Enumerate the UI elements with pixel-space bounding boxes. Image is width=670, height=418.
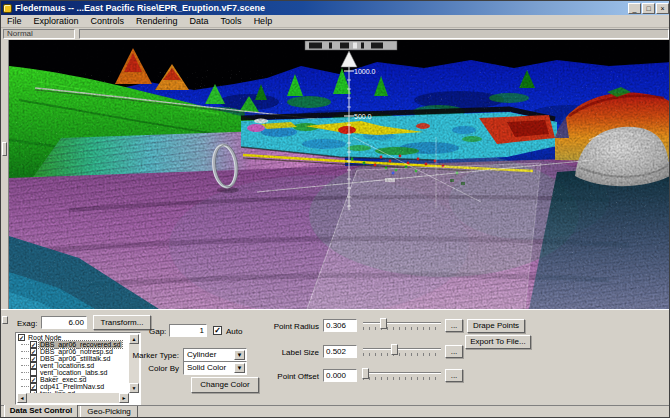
checkbox[interactable]: ✓	[30, 355, 37, 362]
menu-help[interactable]: Help	[248, 15, 279, 27]
tree-item[interactable]: ✓ DBS_apr06_recovered.sd	[17, 341, 129, 348]
chevron-down-icon[interactable]: ▼	[234, 350, 245, 360]
panel-splitter-handle[interactable]	[2, 316, 8, 324]
checkbox[interactable]: ✓	[30, 383, 37, 390]
check-icon: ✓	[214, 327, 221, 335]
menu-file[interactable]: File	[1, 15, 28, 27]
tree-item-label: DBS_apr06_recovered.sd	[39, 341, 122, 348]
checkbox[interactable]: ✓	[30, 362, 37, 369]
noise-light-overlay	[9, 70, 670, 309]
checkbox[interactable]: ✓	[18, 334, 25, 341]
marker-type-value: Cylinder	[187, 350, 216, 359]
check-icon: ✓	[31, 342, 36, 348]
menu-controls[interactable]: Controls	[85, 15, 131, 27]
app-icon	[3, 4, 12, 13]
scale-label-500: 500.0	[354, 113, 372, 120]
check-icon: ✓	[19, 335, 24, 341]
menu-bar: File Exploration Controls Rendering Data…	[1, 15, 670, 28]
point-offset-input[interactable]: 0.000	[323, 369, 357, 382]
scroll-left-icon[interactable]: ◄	[17, 393, 27, 403]
slider-track	[363, 322, 441, 324]
tree-horizontal-scrollbar[interactable]: ◄ ►	[17, 393, 129, 403]
tab-data-set-control[interactable]: Data Set Control	[4, 405, 78, 418]
tree-connector	[21, 344, 29, 345]
point-offset-label: Point Offset	[261, 372, 319, 381]
label-size-input[interactable]: 0.502	[323, 345, 357, 358]
check-icon: ✓	[31, 356, 36, 362]
slider-ticks	[363, 377, 441, 380]
tree-item-label: DBS_apr06_notresp.sd	[39, 348, 114, 355]
close-button[interactable]: ×	[656, 3, 669, 14]
slider-thumb[interactable]	[380, 318, 387, 329]
point-radius-slider[interactable]	[363, 318, 441, 332]
point-radius-label: Point Radius	[261, 322, 319, 331]
check-icon: ✓	[31, 370, 36, 376]
checkbox[interactable]: ✓	[30, 341, 37, 348]
tree-connector	[21, 379, 29, 380]
data-set-control-panel: Exag: 6.00 Transform... ✓ Root Node ✓ DB…	[1, 309, 670, 405]
tab-geo-picking[interactable]: Geo-Picking	[80, 406, 138, 418]
toolbar-strip	[79, 29, 669, 39]
minimize-button[interactable]: _	[628, 3, 641, 14]
menu-data[interactable]: Data	[184, 15, 215, 27]
color-by-dropdown[interactable]: Solid Color ▼	[183, 361, 247, 375]
title-bar[interactable]: Fledermaus -- ...East Pacific Rise\EPR_E…	[1, 1, 670, 15]
checkbox[interactable]: ✓	[30, 369, 37, 376]
scroll-right-icon[interactable]: ►	[119, 393, 129, 403]
label-size-more-button[interactable]: ...	[445, 345, 463, 358]
viewport-3d[interactable]: 1000.0 500.0	[1, 40, 670, 309]
window-title: Fledermaus -- ...East Pacific Rise\EPR_E…	[15, 2, 627, 15]
splitter-handle-icon[interactable]	[2, 142, 7, 156]
menu-rendering[interactable]: Rendering	[130, 15, 184, 27]
point-offset-more-button[interactable]: ...	[445, 369, 463, 382]
check-icon: ✓	[31, 384, 36, 390]
tree-item[interactable]: ✓ vent_locations.sd	[17, 362, 129, 369]
change-color-button[interactable]: Change Color	[191, 377, 259, 393]
scroll-down-icon[interactable]: ▼	[129, 383, 139, 393]
export-to-file-button[interactable]: Export To File...	[465, 335, 531, 349]
transform-button[interactable]: Transform...	[93, 315, 151, 330]
checkbox[interactable]: ✓	[30, 376, 37, 383]
dataset-tree[interactable]: ✓ Root Node ✓ DBS_apr06_recovered.sd ✓ D…	[15, 332, 141, 405]
application-window: Fledermaus -- ...East Pacific Rise\EPR_E…	[0, 0, 670, 418]
tree-rows: ✓ Root Node ✓ DBS_apr06_recovered.sd ✓ D…	[17, 334, 129, 393]
exag-input[interactable]: 6.00	[41, 316, 87, 329]
slider-thumb[interactable]	[362, 368, 369, 379]
mode-indicator[interactable]: Normal	[3, 29, 75, 39]
tree-item-label: vent_locations.sd	[39, 362, 95, 369]
slider-ticks	[363, 353, 441, 356]
tree-item[interactable]: ✓ Baker_exec.sd	[17, 376, 129, 383]
point-offset-slider[interactable]	[363, 368, 441, 382]
tree-item[interactable]: ✓ cdp41_PrelimNav.sd	[17, 383, 129, 390]
chevron-down-icon[interactable]: ▼	[234, 363, 245, 373]
slider-track	[363, 372, 441, 374]
checkbox[interactable]: ✓	[30, 348, 37, 355]
point-radius-input[interactable]: 0.306	[323, 319, 357, 332]
tree-connector	[21, 372, 29, 373]
slider-thumb[interactable]	[391, 344, 398, 355]
tree-connector	[21, 358, 29, 359]
tree-root-label: Root Node	[27, 334, 62, 341]
slider-track	[363, 348, 441, 350]
auto-checkbox[interactable]: ✓	[213, 326, 222, 335]
check-icon: ✓	[31, 363, 36, 369]
menu-tools[interactable]: Tools	[215, 15, 248, 27]
left-splitter[interactable]	[1, 40, 9, 309]
tree-item-label: DBS_apr06_stilltalk.sd	[39, 355, 111, 362]
color-by-value: Solid Color	[187, 363, 226, 372]
scene-render[interactable]: 1000.0 500.0	[9, 40, 670, 309]
menu-exploration[interactable]: Exploration	[28, 15, 85, 27]
tree-root-row[interactable]: ✓ Root Node	[17, 334, 129, 341]
tree-item-label: cdp41_PrelimNav.sd	[39, 383, 105, 390]
maximize-button[interactable]: □	[642, 3, 655, 14]
auto-label: Auto	[226, 327, 242, 336]
label-size-slider[interactable]	[363, 344, 441, 358]
slider-ticks	[363, 327, 441, 330]
gap-input[interactable]: 1	[169, 324, 207, 337]
tree-connector	[21, 386, 29, 387]
scroll-up-icon[interactable]: ▲	[129, 334, 139, 344]
marker-type-dropdown[interactable]: Cylinder ▼	[183, 348, 247, 362]
drape-points-button[interactable]: Drape Points	[467, 319, 525, 333]
tree-item[interactable]: ✓ vent_location_labs.sd	[17, 369, 129, 376]
point-radius-more-button[interactable]: ...	[445, 319, 463, 332]
